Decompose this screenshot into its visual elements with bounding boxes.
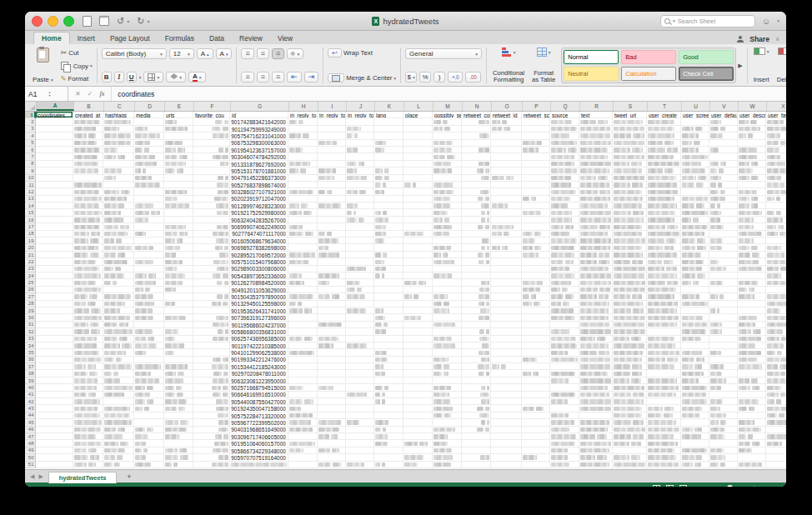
cell-V51[interactable] xyxy=(709,462,738,468)
cell-K51[interactable] xyxy=(374,462,403,468)
cell-Q16[interactable] xyxy=(550,217,579,223)
cell-Q11[interactable] xyxy=(550,182,579,188)
cell-M37[interactable] xyxy=(433,363,462,370)
cell-H27[interactable] xyxy=(288,293,318,300)
cell-L25[interactable] xyxy=(403,279,433,286)
cell-N36[interactable] xyxy=(462,357,491,363)
cell-A12[interactable] xyxy=(36,188,73,195)
cell-W31[interactable] xyxy=(738,322,766,328)
cell-Q44[interactable] xyxy=(550,412,579,419)
cell-A48[interactable] xyxy=(36,440,73,447)
cell-R14[interactable] xyxy=(579,202,613,209)
cell-U36[interactable] xyxy=(681,357,709,363)
cell-Q7[interactable] xyxy=(550,153,579,160)
cell-X4[interactable] xyxy=(766,132,786,139)
cell-I25[interactable] xyxy=(318,279,346,286)
cell-Q15[interactable] xyxy=(550,209,579,216)
cell-S10[interactable] xyxy=(613,175,647,182)
cell-S31[interactable] xyxy=(613,322,647,328)
cell-E49[interactable] xyxy=(164,448,193,454)
cell-M48[interactable] xyxy=(433,440,462,447)
cell-C14[interactable] xyxy=(103,202,134,209)
cell-G21[interactable]: 902895217069572000 xyxy=(230,252,288,258)
cell-E44[interactable] xyxy=(164,412,193,419)
ribbon-tab-data[interactable]: Data xyxy=(202,32,232,44)
cell-Q21[interactable] xyxy=(550,252,579,258)
cell-L39[interactable] xyxy=(403,378,433,384)
cell-T32[interactable] xyxy=(647,328,681,335)
cell-F30[interactable] xyxy=(193,314,230,321)
cell-E9[interactable] xyxy=(164,168,193,174)
cell-E37[interactable] xyxy=(164,363,193,370)
cell-T10[interactable] xyxy=(647,175,681,182)
cell-S34[interactable] xyxy=(613,342,647,349)
cell-F48[interactable] xyxy=(193,440,230,447)
cell-P11[interactable] xyxy=(522,182,550,188)
cell-C3[interactable] xyxy=(103,126,134,132)
cell-D8[interactable] xyxy=(134,161,164,168)
cell-M5[interactable] xyxy=(433,140,462,147)
cell-W30[interactable] xyxy=(738,314,766,321)
cell-X41[interactable] xyxy=(766,392,786,398)
cell-B32[interactable] xyxy=(73,328,103,335)
cell-K20[interactable] xyxy=(374,244,403,251)
cell-R39[interactable] xyxy=(579,378,613,384)
cell-M29[interactable] xyxy=(433,308,462,314)
cell-T26[interactable] xyxy=(647,287,681,293)
cell-Q19[interactable] xyxy=(550,238,579,244)
row-number-39[interactable]: 39 xyxy=(25,378,36,384)
cell-L15[interactable] xyxy=(403,209,433,216)
cell-D3[interactable] xyxy=(134,126,164,132)
cell-N47[interactable] xyxy=(462,433,491,440)
cell-E50[interactable] xyxy=(164,454,193,461)
cell-V31[interactable] xyxy=(709,322,738,328)
percent-format-button[interactable]: % xyxy=(419,72,431,82)
cell-V45[interactable] xyxy=(709,419,738,426)
cell-R26[interactable] xyxy=(579,287,613,293)
cell-P13[interactable] xyxy=(522,196,550,202)
cell-T39[interactable] xyxy=(647,378,681,384)
cell-Q12[interactable] xyxy=(550,188,579,195)
cell-X8[interactable] xyxy=(766,161,786,168)
cell-W20[interactable] xyxy=(738,244,766,251)
cell-L23[interactable] xyxy=(403,266,433,272)
cell-F12[interactable] xyxy=(193,188,230,195)
cell-E45[interactable] xyxy=(164,419,193,426)
cell-I9[interactable] xyxy=(318,168,346,174)
cell-W37[interactable] xyxy=(738,363,766,370)
row-number-25[interactable]: 25 xyxy=(25,279,36,286)
cell-I26[interactable] xyxy=(318,287,346,293)
cell-B16[interactable] xyxy=(73,217,103,223)
cell-Q2[interactable] xyxy=(550,118,579,125)
cell-N14[interactable] xyxy=(462,202,491,209)
cell-E17[interactable] xyxy=(164,223,193,230)
cell-A33[interactable] xyxy=(36,336,73,342)
cell-L51[interactable] xyxy=(403,462,433,468)
cell-K18[interactable] xyxy=(374,231,403,238)
cell-H46[interactable] xyxy=(288,427,318,433)
cell-L42[interactable] xyxy=(403,398,433,405)
cell-I4[interactable] xyxy=(318,132,346,139)
cell-H29[interactable] xyxy=(288,308,318,314)
cell-F17[interactable] xyxy=(193,223,230,230)
cell-K37[interactable] xyxy=(374,363,403,370)
cell-T5[interactable] xyxy=(647,140,681,147)
cell-P46[interactable] xyxy=(522,427,550,433)
cell-O16[interactable] xyxy=(491,217,522,223)
font-color-button[interactable]: A▾ xyxy=(188,72,206,82)
cell-J45[interactable] xyxy=(346,419,374,426)
cell-P23[interactable] xyxy=(522,266,550,272)
cell-F18[interactable] xyxy=(193,231,230,238)
row-number-45[interactable]: 45 xyxy=(25,419,36,426)
cell-C15[interactable] xyxy=(103,209,134,216)
cell-L31[interactable] xyxy=(403,322,433,328)
cell-C46[interactable] xyxy=(103,427,134,433)
cell-F27[interactable] xyxy=(193,293,230,300)
cell-D23[interactable] xyxy=(134,266,164,272)
cell-T50[interactable] xyxy=(647,454,681,461)
name-box-stepper[interactable]: ▴▾ xyxy=(48,91,50,97)
cell-F3[interactable] xyxy=(193,126,230,132)
cell-F4[interactable] xyxy=(193,132,230,139)
cell-O4[interactable] xyxy=(491,132,522,139)
cell-N49[interactable] xyxy=(462,448,491,454)
